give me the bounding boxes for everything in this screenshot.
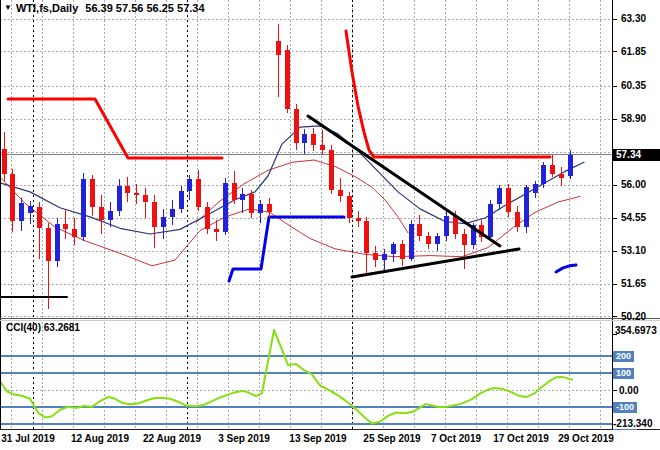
date-axis-label: 3 Sep 2019 — [218, 433, 270, 444]
candle-body — [541, 165, 546, 184]
candle-body — [2, 149, 7, 174]
candle-body — [338, 190, 343, 197]
price-axis-label: 54.55 — [621, 212, 646, 223]
cci-level-badge: 200 — [613, 351, 634, 362]
candle-body — [55, 224, 60, 262]
candle-body — [81, 179, 86, 237]
date-axis-label: 17 Oct 2019 — [493, 433, 549, 444]
candle-body — [400, 244, 405, 259]
candle-body — [205, 207, 210, 230]
candle-body — [329, 150, 334, 190]
date-axis-label: 12 Aug 2019 — [71, 433, 129, 444]
candle-body — [294, 109, 299, 143]
price-axis-label: 51.65 — [621, 278, 646, 289]
candle-body — [267, 204, 272, 212]
candle-body — [435, 236, 440, 244]
candle-body — [152, 202, 157, 227]
candle-body — [117, 186, 122, 211]
price-axis-label: 63.30 — [621, 13, 646, 24]
candle-body — [559, 174, 564, 179]
candle-body — [223, 183, 228, 232]
price-axis-label: 53.10 — [621, 245, 646, 256]
candle-body — [63, 224, 68, 230]
price-axis-label: 50.20 — [621, 311, 646, 322]
candle-body — [285, 50, 290, 109]
candle-body — [249, 194, 254, 213]
date-axis-label: 31 Jul 2019 — [1, 433, 54, 444]
candle-body — [373, 253, 378, 260]
candle-body — [28, 206, 33, 214]
candle-body — [276, 41, 281, 56]
date-axis-label: 7 Oct 2019 — [431, 433, 481, 444]
candle-body — [170, 209, 175, 217]
candle-body — [515, 212, 520, 227]
price-axis-label: 60.35 — [621, 80, 646, 91]
date-axis-label: 29 Oct 2019 — [558, 433, 614, 444]
candle-body — [444, 216, 449, 236]
candle-body — [426, 236, 431, 244]
candle-body — [143, 195, 148, 202]
candle-body — [125, 186, 130, 193]
candle-body — [550, 165, 555, 174]
candle-body — [232, 183, 237, 200]
cci-max-label: 354.6973 — [615, 325, 657, 336]
candle-body — [462, 234, 467, 245]
date-axis-label: 22 Aug 2019 — [143, 433, 201, 444]
cci-zero-label: 0.00 — [619, 385, 638, 396]
candle-body — [409, 224, 414, 259]
candle-body — [187, 179, 192, 190]
ohlc-values: 56.39 57.56 56.25 57.34 — [85, 2, 204, 14]
candle-body — [533, 184, 538, 193]
candle-body — [240, 194, 245, 200]
chart-title: ▼ WTI,fs,Daily 56.39 57.56 56.25 57.34 — [4, 1, 205, 14]
chart-canvas[interactable] — [0, 0, 660, 450]
date-axis-label: 13 Sep 2019 — [289, 433, 346, 444]
symbol-name: WTI,fs,Daily — [16, 2, 78, 14]
price-axis-label: 58.90 — [621, 113, 646, 124]
candle-body — [497, 188, 502, 204]
candle-body — [179, 191, 184, 209]
candle-body — [347, 196, 352, 218]
cci-level-badge: -100 — [613, 402, 637, 413]
chart-window: ▼ WTI,fs,Daily 56.39 57.56 56.25 57.34 C… — [0, 0, 660, 450]
candle-body — [161, 217, 166, 227]
candle-body — [524, 187, 529, 227]
date-axis-label: 25 Sep 2019 — [363, 433, 420, 444]
candle-body — [417, 224, 422, 237]
candle-body — [90, 179, 95, 206]
candle-body — [134, 193, 139, 195]
symbol-marker-icon: ▼ — [4, 3, 12, 12]
cci-min-label: -213.340 — [613, 418, 652, 429]
candle-body — [382, 254, 387, 260]
candle-body — [99, 207, 104, 221]
candle-body — [72, 229, 77, 237]
candle-body — [356, 218, 361, 221]
candle-body — [46, 228, 51, 261]
candle-body — [302, 134, 307, 143]
candle-body — [214, 229, 219, 231]
candle-body — [391, 244, 396, 254]
candle-body — [488, 204, 493, 237]
cci-level-badge: 100 — [613, 368, 634, 379]
candle-body — [37, 207, 42, 229]
candle-body — [10, 174, 15, 222]
candle-body — [568, 155, 573, 177]
price-axis-label: 56.00 — [621, 179, 646, 190]
candle-body — [108, 211, 113, 220]
indicator-label: CCI(40) 63.2681 — [6, 322, 80, 333]
candle-body — [19, 203, 24, 221]
candle-body — [320, 145, 325, 150]
chart-background — [0, 0, 660, 450]
candle-body — [196, 179, 201, 206]
current-price-badge: 57.34 — [613, 149, 660, 161]
candle-body — [364, 221, 369, 253]
candle-body — [311, 134, 316, 145]
candle-body — [258, 204, 263, 213]
candle-body — [506, 188, 511, 212]
price-axis-label: 61.85 — [621, 46, 646, 57]
